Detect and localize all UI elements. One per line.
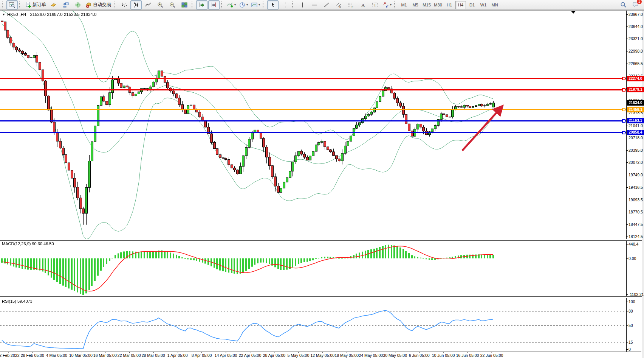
macd-pane-canvas[interactable] (0, 241, 626, 296)
price-axis-label: 19749.0 (629, 173, 643, 177)
toolbar-grip[interactable] (192, 2, 195, 8)
arrows-button[interactable]: ▾ (381, 0, 393, 9)
line-chart-button[interactable] (142, 0, 154, 9)
trendline-button[interactable] (321, 0, 332, 9)
text-icon: A (360, 2, 366, 8)
dropdown-arrow-icon[interactable]: ▾ (259, 3, 260, 6)
line-handle[interactable] (622, 108, 625, 111)
new-order-button[interactable]: 新订单 (24, 0, 47, 9)
chart-preview-button[interactable] (6, 0, 18, 9)
chart-shift-marker-icon (571, 11, 576, 14)
trend-arrow[interactable] (458, 92, 509, 156)
timeframe-mn-button[interactable]: MN (489, 1, 500, 9)
text-label-button[interactable]: T (369, 0, 381, 9)
toolbar-grip[interactable] (114, 2, 117, 8)
horizontal-line-21163.1[interactable] (0, 120, 626, 121)
rsi-axis-label: 0 (629, 347, 631, 352)
main-chart-canvas[interactable] (0, 11, 626, 239)
time-axis-label: 10 Mar 05:00 (69, 353, 93, 358)
templates-button[interactable]: ▾ (250, 0, 261, 9)
current-price-line-21634.0[interactable] (0, 103, 626, 103)
search-button[interactable] (618, 0, 629, 9)
price-axis-border (626, 11, 627, 352)
time-axis-label: 24 May 05:00 (359, 353, 383, 358)
price-axis-label: 22665.5 (629, 61, 643, 66)
chart-title: ▼ HK50-,H4 21526.0 21687.0 21523.5 21634… (2, 12, 96, 17)
chart-menu-caret-icon[interactable]: ▼ (2, 13, 5, 16)
channel-button[interactable]: E (333, 0, 344, 9)
horizontal-line-21979.1[interactable] (0, 89, 626, 90)
price-axis-label: 23967.0 (629, 12, 643, 17)
time-axis-label: 10 Jun 05:00 (432, 353, 455, 358)
toolbar-grip[interactable] (263, 2, 266, 8)
market-watch-button[interactable] (48, 0, 59, 9)
time-axis-line (0, 352, 641, 352)
macd-indicator-label: MACD(12,26,9) 90.30 46.50 (2, 241, 54, 246)
horizontal-line-22274.0[interactable] (0, 78, 626, 79)
bar-chart-button[interactable] (118, 0, 130, 9)
indicators-button[interactable]: ▾ (226, 0, 237, 9)
auto-scroll-button[interactable] (196, 0, 207, 9)
fibonacci-button[interactable]: F (345, 0, 356, 9)
tile-windows-button[interactable] (179, 0, 190, 9)
rsi-pane-canvas[interactable] (0, 298, 626, 352)
price-axis-label: 18124.5 (629, 234, 643, 239)
horizontal-line-21458.1[interactable] (0, 109, 626, 110)
vertical-line-button[interactable] (297, 0, 308, 9)
chart-shift-button[interactable] (208, 0, 220, 9)
price-axis-label: 20718.0 (629, 135, 643, 140)
zoom-out-icon (169, 2, 176, 8)
price-tag-21458.1[interactable]: 21458.1 (627, 107, 644, 112)
price-tag-21163.1[interactable]: 21163.1 (627, 118, 644, 123)
macd-pane-separator[interactable] (0, 239, 644, 241)
line-handle[interactable] (622, 131, 625, 134)
price-tag-22274.0[interactable]: 22274.0 (627, 76, 644, 81)
price-axis-label: 18770.5 (629, 210, 643, 214)
crosshair-button[interactable] (279, 0, 291, 9)
zoom-in-button[interactable] (155, 0, 166, 9)
timeframe-h4-button[interactable]: H4 (455, 1, 466, 9)
candles-chart-icon (133, 2, 139, 8)
search-icon (620, 2, 627, 8)
chart-window[interactable]: ▼ HK50-,H4 21526.0 21687.0 21523.5 21634… (0, 11, 644, 358)
text-button[interactable]: A (357, 0, 368, 9)
cursor-icon (270, 2, 276, 8)
autotrading-button[interactable]: 自动交易 (84, 0, 112, 9)
toolbar-grip[interactable] (292, 2, 295, 8)
notifications-button[interactable]: 1 (630, 0, 641, 9)
periods-button[interactable]: ▾ (238, 0, 249, 9)
timeframe-w1-button[interactable]: W1 (478, 1, 489, 9)
toolbar-grip[interactable] (221, 2, 224, 8)
dropdown-arrow-icon[interactable]: ▾ (246, 3, 248, 6)
timeframe-m15-button[interactable]: M15 (421, 1, 432, 9)
broadcast-button[interactable] (72, 0, 84, 9)
cursor-button[interactable] (267, 0, 279, 9)
line-handle[interactable] (622, 77, 625, 80)
price-tag-20858.4[interactable]: 20858.4 (627, 130, 644, 135)
dropdown-arrow-icon[interactable]: ▾ (390, 3, 392, 6)
horizontal-line-20858.4[interactable] (0, 132, 626, 133)
rsi-pane-separator[interactable] (0, 296, 644, 298)
rsi-axis-label: 15 (629, 340, 633, 344)
toolbar-grip[interactable] (394, 2, 397, 8)
horn-icon (51, 2, 57, 8)
candlestick-chart-button[interactable] (130, 0, 142, 9)
price-tag-21634.0[interactable]: 21634.0 (627, 100, 644, 106)
timeframe-m30-button[interactable]: M30 (433, 1, 443, 9)
horizontal-line-button[interactable] (309, 0, 320, 9)
navigator-button[interactable] (60, 0, 71, 9)
timeframe-h1-button[interactable]: H1 (444, 1, 455, 9)
rsi-axis-label: 50 (629, 323, 633, 328)
timeframe-m5-button[interactable]: M5 (410, 1, 421, 9)
price-tag-21979.1[interactable]: 21979.1 (627, 87, 644, 92)
toolbar-grip[interactable] (2, 2, 5, 8)
line-handle[interactable] (622, 88, 625, 92)
line-handle[interactable] (622, 119, 625, 123)
timeframe-d1-button[interactable]: D1 (467, 1, 477, 9)
dropdown-arrow-icon[interactable]: ▾ (234, 3, 236, 6)
toolbar-grip[interactable] (19, 2, 22, 8)
symbol-period-label: HK50-,H4 (7, 12, 26, 17)
zoom-out-button[interactable] (167, 0, 178, 9)
price-axis-label: 21041.0 (629, 123, 643, 128)
timeframe-m1-button[interactable]: M1 (399, 1, 409, 9)
